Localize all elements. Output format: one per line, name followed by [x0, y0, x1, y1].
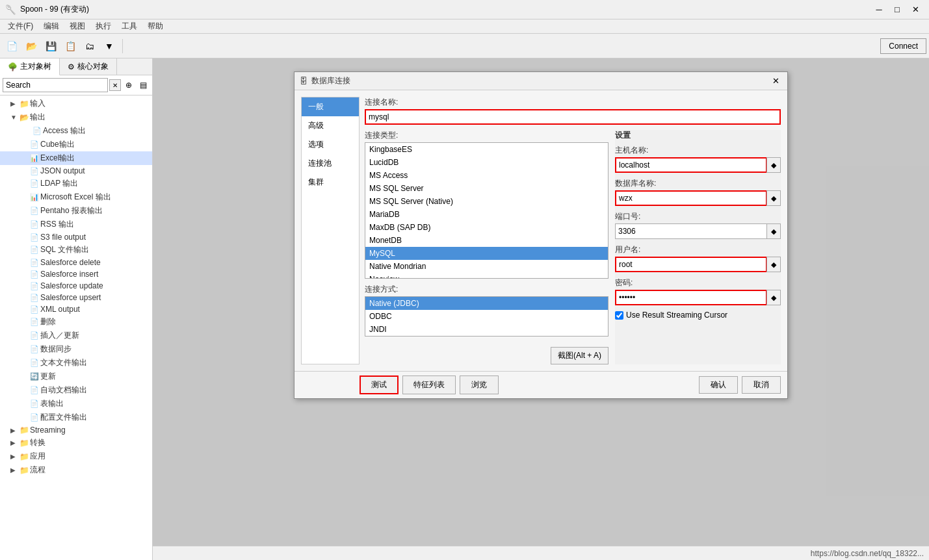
tree-item-sf-update[interactable]: 📄 Salesforce update: [0, 280, 152, 292]
username-browse-button[interactable]: ◆: [766, 257, 781, 272]
tree-item-access-output[interactable]: 📄 Access 输出: [0, 124, 152, 138]
db-name-browse-button[interactable]: ◆: [766, 190, 781, 206]
tree-item-delete[interactable]: 📄 删除: [0, 315, 152, 329]
password-input[interactable]: [615, 290, 767, 305]
connect-button[interactable]: Connect: [880, 38, 926, 54]
minimize-button[interactable]: ─: [870, 3, 887, 16]
tree-item-auto-doc[interactable]: 📄 自动文档输出: [0, 383, 152, 397]
dialog-nav-cluster[interactable]: 集群: [302, 173, 359, 192]
dialog-close-button[interactable]: ✕: [769, 75, 782, 87]
tab-core-objects[interactable]: ⚙ 核心对象: [60, 58, 117, 75]
streaming-checkbox[interactable]: [615, 311, 623, 320]
tree-item-sql-file-output[interactable]: 📄 SQL 文件输出: [0, 243, 152, 257]
toolbar-dropdown[interactable]: ▼: [100, 37, 118, 55]
menu-run[interactable]: 执行: [90, 19, 116, 33]
cancel-button[interactable]: 取消: [742, 376, 781, 394]
conn-type-maxdb[interactable]: MaxDB (SAP DB): [365, 221, 608, 234]
tree-item-xml-output[interactable]: 📄 XML output: [0, 303, 152, 315]
tree-item-ms-excel-output[interactable]: 📊 Microsoft Excel 输出: [0, 190, 152, 204]
tree-item-app[interactable]: ▶ 📁 应用: [0, 450, 152, 463]
tree-item-ldap-output[interactable]: 📄 LDAP 输出: [0, 177, 152, 190]
search-filter-button[interactable]: ▤: [137, 79, 150, 92]
tree-item-s3-output[interactable]: 📄 S3 file output: [0, 231, 152, 243]
tree-item-json-output[interactable]: 📄 JSON output: [0, 165, 152, 177]
conn-type-mssql[interactable]: MS SQL Server: [365, 182, 608, 195]
conn-type-monetdb[interactable]: MonetDB: [365, 234, 608, 247]
tree-toggle-streaming[interactable]: ▶: [10, 427, 20, 434]
tree-toggle-input[interactable]: ▶: [10, 100, 20, 107]
tree-item-sf-delete[interactable]: 📄 Salesforce delete: [0, 257, 152, 268]
close-button[interactable]: ✕: [907, 3, 924, 16]
toolbar-layers[interactable]: 🗂: [81, 37, 99, 55]
conn-type-msaccess[interactable]: MS Access: [365, 169, 608, 182]
tree-item-data-sync[interactable]: 📄 数据同步: [0, 342, 152, 356]
toolbar-save[interactable]: 💾: [42, 37, 60, 55]
menu-edit[interactable]: 编辑: [38, 19, 64, 33]
content-area: 🗄 数据库连接 ✕ 一般 高级 选项 连接池 集群: [153, 58, 929, 560]
dialog-nav-advanced[interactable]: 高级: [302, 116, 359, 135]
conn-type-kingbase[interactable]: KingbaseES: [365, 143, 608, 156]
search-input[interactable]: [3, 78, 108, 92]
access-jndi[interactable]: JNDI: [365, 323, 608, 336]
host-browse-button[interactable]: ◆: [766, 157, 781, 173]
conn-type-mysql[interactable]: MySQL: [365, 247, 608, 260]
screenshot-button[interactable]: 截图(Alt + A): [551, 347, 608, 364]
dialog-nav-pool[interactable]: 连接池: [302, 154, 359, 173]
tree-item-excel-output[interactable]: 📊 Excel输出: [0, 151, 152, 165]
tree-item-input[interactable]: ▶ 📁 输入: [0, 97, 152, 110]
search-clear-button[interactable]: ✕: [109, 79, 121, 91]
toolbar-save-as[interactable]: 📋: [61, 37, 79, 55]
tree-item-transform[interactable]: ▶ 📁 转换: [0, 436, 152, 450]
toolbar-open[interactable]: 📂: [22, 37, 40, 55]
tree-item-output[interactable]: ▼ 📂 输出: [0, 110, 152, 124]
access-native-jdbc[interactable]: Native (JDBC): [365, 297, 608, 310]
menu-view[interactable]: 视图: [64, 19, 90, 33]
confirm-button[interactable]: 确认: [699, 376, 738, 394]
tree-item-cube-output[interactable]: 📄 Cube输出: [0, 138, 152, 151]
tree-toggle-output[interactable]: ▼: [10, 114, 20, 121]
tree-item-sf-upsert[interactable]: 📄 Salesforce upsert: [0, 292, 152, 303]
conn-type-mssql-native[interactable]: MS SQL Server (Native): [365, 195, 608, 208]
dialog-nav-general[interactable]: 一般: [302, 97, 359, 116]
tree-item-rss-output[interactable]: 📄 RSS 输出: [0, 218, 152, 231]
tree-item-text-output[interactable]: 📄 文本文件输出: [0, 356, 152, 370]
conn-type-native-mondrian[interactable]: Native Mondrian: [365, 260, 608, 273]
browse-button[interactable]: 浏览: [460, 375, 499, 394]
tree-item-streaming[interactable]: ▶ 📁 Streaming: [0, 424, 152, 436]
tree-item-insert-update[interactable]: 📄 插入／更新: [0, 329, 152, 342]
access-odbc[interactable]: ODBC: [365, 310, 608, 323]
tree-toggle-app[interactable]: ▶: [10, 453, 20, 460]
menu-tools[interactable]: 工具: [116, 19, 142, 33]
conn-type-mariadb[interactable]: MariaDB: [365, 208, 608, 221]
access-method-list[interactable]: Native (JDBC) ODBC JNDI: [365, 296, 608, 337]
features-button[interactable]: 特征列表: [402, 375, 456, 394]
conn-name-input[interactable]: [365, 109, 781, 125]
search-expand-button[interactable]: ⊕: [122, 79, 135, 92]
tree-item-sf-insert[interactable]: 📄 Salesforce insert: [0, 268, 152, 280]
tree-item-table-output[interactable]: 📄 表输出: [0, 397, 152, 411]
db-name-label: 数据库名称:: [615, 178, 781, 189]
dialog-nav-options[interactable]: 选项: [302, 135, 359, 154]
toolbar-new[interactable]: 📄: [3, 37, 21, 55]
host-input[interactable]: [615, 157, 767, 173]
tree-item-pentaho-output[interactable]: 📄 Pentaho 报表输出: [0, 204, 152, 218]
tree-toggle-transform[interactable]: ▶: [10, 439, 20, 446]
password-browse-button[interactable]: ◆: [766, 290, 781, 305]
port-browse-button[interactable]: ◆: [766, 223, 781, 239]
username-input[interactable]: [615, 257, 767, 272]
menu-bar: 文件(F) 编辑 视图 执行 工具 帮助: [0, 19, 929, 34]
conn-type-luciddb[interactable]: LucidDB: [365, 156, 608, 169]
maximize-button[interactable]: □: [889, 3, 906, 16]
conn-type-neoview[interactable]: Neoview: [365, 273, 608, 279]
menu-file[interactable]: 文件(F): [3, 19, 38, 33]
tree-item-config-output[interactable]: 📄 配置文件输出: [0, 411, 152, 424]
tree-item-flow[interactable]: ▶ 📁 流程: [0, 463, 152, 477]
tree-item-update[interactable]: 🔄 更新: [0, 370, 152, 383]
port-input[interactable]: [615, 223, 767, 239]
tab-main-objects[interactable]: 🌳 主对象树: [0, 58, 60, 75]
test-button[interactable]: 测试: [360, 375, 399, 394]
conn-type-list[interactable]: KingbaseES LucidDB MS Access MS SQL Serv…: [365, 142, 608, 279]
db-name-input[interactable]: [615, 190, 767, 206]
tree-toggle-flow[interactable]: ▶: [10, 466, 20, 474]
menu-help[interactable]: 帮助: [142, 19, 168, 33]
